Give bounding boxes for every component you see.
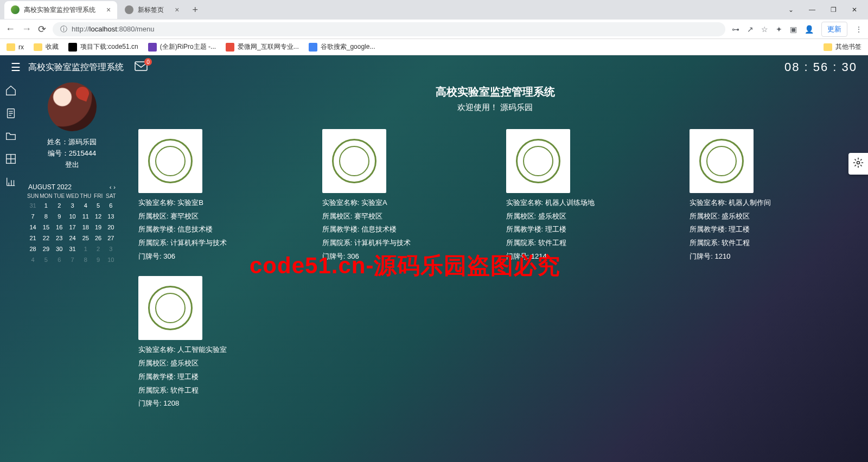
welcome-text: 欢迎使用！ 源码乐园 [138,102,852,113]
cal-day[interactable]: 4 [27,255,39,264]
lab-building: 所属教学楼: 理工楼 [138,370,301,384]
page-title: 高校实验室监控管理系统 [138,85,852,99]
lab-card[interactable]: 实验室名称: 实验室A所属校区: 赛罕校区所属教学楼: 信息技术楼所属院系: 计… [322,129,484,263]
cal-day[interactable]: 28 [27,245,39,253]
hamburger-icon[interactable]: ☰ [11,61,21,74]
browser-tab-active[interactable]: 高校实验室监控管理系统 × [4,1,117,19]
extensions-icon[interactable]: ✦ [776,25,782,34]
cal-day[interactable]: 1 [40,201,52,210]
bookmark-item[interactable]: 爱微网_互联网专业... [226,42,299,52]
calendar: AUGUST 2022 ‹ › SUNMONTUEWEDTHUFRISAT311… [27,181,117,264]
cal-day[interactable]: 8 [40,212,52,221]
bookmark-item[interactable]: 谷歌搜索_google... [309,42,375,52]
settings-fab[interactable] [848,153,868,175]
cal-day[interactable]: 26 [92,234,104,242]
cal-day[interactable]: 24 [66,234,79,242]
new-tab-button[interactable]: + [187,2,203,18]
cal-day[interactable]: 18 [80,223,91,232]
cal-day[interactable]: 11 [80,212,91,221]
minimize-button[interactable]: — [809,6,815,14]
tab-title: 高校实验室监控管理系统 [24,5,95,15]
star-icon[interactable]: ☆ [761,25,768,34]
cal-day[interactable]: 7 [66,255,79,264]
logout-link[interactable]: 登出 [27,159,117,171]
url-input[interactable]: ⓘ http://localhost:8080/menu [53,22,725,36]
nav-rail [0,79,22,462]
cal-day[interactable]: 27 [105,234,117,242]
cal-day[interactable]: 6 [54,255,65,264]
document-icon[interactable] [5,107,17,119]
forward-button[interactable]: → [22,23,31,35]
cal-day[interactable]: 10 [105,255,117,264]
tab-close-icon[interactable]: × [106,5,111,14]
cal-day[interactable]: 5 [92,201,104,210]
cal-day[interactable]: 14 [27,223,39,232]
lab-card[interactable]: 实验室名称: 机器人训练场地所属校区: 盛乐校区所属教学楼: 理工楼所属院系: … [506,129,668,263]
reload-button[interactable]: ⟳ [38,23,46,35]
close-button[interactable]: ✕ [852,6,857,14]
home-icon[interactable] [5,85,17,97]
update-button[interactable]: 更新 [821,22,847,37]
cal-day[interactable]: 22 [40,234,52,242]
cal-day[interactable]: 1 [80,245,91,253]
cal-next-button[interactable]: › [113,184,116,190]
lab-card[interactable]: 实验室名称: 机器人制作间所属校区: 盛乐校区所属教学楼: 理工楼所属院系: 软… [690,129,852,263]
tab-close-icon[interactable]: × [175,5,179,14]
cal-day[interactable]: 12 [92,212,104,221]
cal-day[interactable]: 31 [27,201,39,210]
cal-day[interactable]: 17 [66,223,79,232]
cal-day[interactable]: 20 [105,223,117,232]
cal-day[interactable]: 6 [105,201,117,210]
bookmark-item[interactable]: 收藏 [34,42,59,52]
cal-day[interactable]: 9 [92,255,104,264]
key-icon[interactable]: ⊶ [732,25,739,34]
cal-day[interactable]: 3 [105,245,117,253]
cal-day[interactable]: 19 [92,223,104,232]
avatar[interactable] [48,82,97,131]
chevron-down-icon[interactable]: ⌄ [788,6,794,14]
cal-day[interactable]: 10 [66,212,79,221]
seal-icon [148,286,193,330]
profile-icon[interactable]: 👤 [805,25,814,34]
other-bookmarks[interactable]: 其他书签 [824,42,861,52]
lab-campus: 所属校区: 赛罕校区 [138,210,301,223]
chart-icon[interactable] [5,176,17,188]
cal-day[interactable]: 5 [40,255,52,264]
bookmark-item[interactable]: 项目下载:code51.cn [68,42,138,52]
share-icon[interactable]: ↗ [747,25,754,34]
folder-icon[interactable] [5,130,17,142]
cal-day[interactable]: 7 [27,212,39,221]
maximize-button[interactable]: ❐ [831,6,837,14]
lab-dept: 所属院系: 软件工程 [690,236,852,250]
cal-day[interactable]: 15 [40,223,52,232]
browser-tab[interactable]: 新标签页 × [118,1,186,19]
cal-day[interactable]: 16 [54,223,65,232]
cal-day[interactable]: 23 [54,234,65,242]
cal-day[interactable]: 31 [66,245,79,253]
lab-thumb [138,129,202,193]
cal-day[interactable]: 29 [40,245,52,253]
lab-card[interactable]: 实验室名称: 人工智能实验室所属校区: 盛乐校区所属教学楼: 理工楼所属院系: … [138,276,301,410]
cal-day[interactable]: 9 [54,212,65,221]
back-button[interactable]: ← [5,23,15,35]
cal-day[interactable]: 3 [66,201,79,210]
cal-day[interactable]: 30 [54,245,65,253]
bookmark-item[interactable]: (全新)RiPro主题 -... [148,42,216,52]
cal-day[interactable]: 25 [80,234,91,242]
grid-icon[interactable] [5,153,17,165]
cal-day[interactable]: 13 [105,212,117,221]
cal-prev-button[interactable]: ‹ [110,184,112,190]
cal-day[interactable]: 8 [80,255,91,264]
sidepanel-icon[interactable]: ▣ [790,25,797,34]
cal-day[interactable]: 2 [92,245,104,253]
cal-day[interactable]: 4 [80,201,91,210]
lab-campus: 所属校区: 赛罕校区 [322,210,484,223]
mail-button[interactable]: 0 [135,61,148,73]
bookmark-item[interactable]: rx [7,43,24,51]
app: ☰ 高校实验室监控管理系统 0 08 : 56 : 30 姓名：源码乐园 编号：… [0,55,868,462]
topbar: ☰ 高校实验室监控管理系统 0 08 : 56 : 30 [0,55,868,79]
lab-card[interactable]: 实验室名称: 实验室B所属校区: 赛罕校区所属教学楼: 信息技术楼所属院系: 计… [138,129,301,263]
cal-day[interactable]: 2 [54,201,65,210]
menu-icon[interactable]: ⋮ [855,25,863,34]
cal-day[interactable]: 21 [27,234,39,242]
